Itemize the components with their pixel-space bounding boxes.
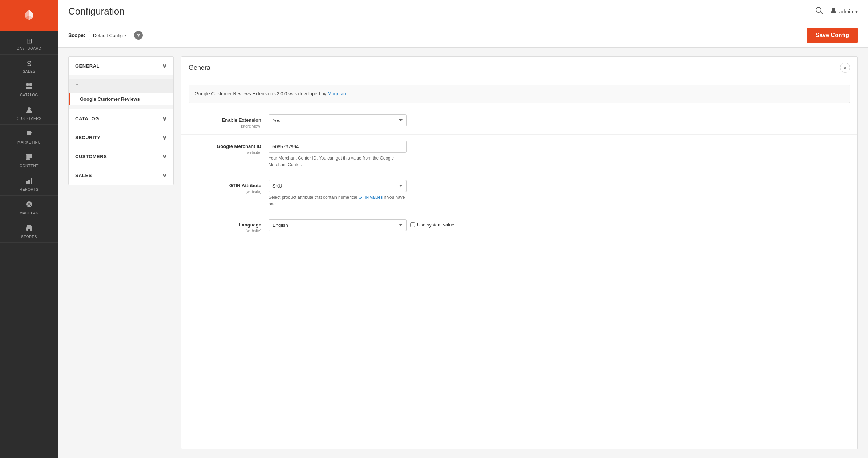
search-icon[interactable] bbox=[815, 7, 823, 16]
admin-menu[interactable]: admin ▾ bbox=[830, 7, 858, 16]
use-system-value-checkbox[interactable] bbox=[410, 222, 415, 227]
accordion-security: SECURITY ∨ bbox=[69, 128, 173, 147]
merchant-id-input[interactable] bbox=[269, 141, 407, 153]
accordion-sales: SALES ∨ bbox=[69, 166, 173, 185]
sidebar-item-label: REPORTS bbox=[20, 188, 39, 192]
admin-avatar-icon bbox=[830, 7, 837, 16]
form-control-col-enable: Yes No bbox=[269, 114, 850, 126]
accordion-general: GENERAL ∨ ⌃ Google Customer Reviews bbox=[69, 57, 173, 109]
form-control-col-language: English French German Spanish Japanese C… bbox=[269, 219, 850, 231]
sidebar-item-reports[interactable]: REPORTS bbox=[0, 172, 58, 196]
sidebar-item-label: CATALOG bbox=[20, 93, 38, 97]
sidebar-item-label: SALES bbox=[23, 69, 36, 73]
sidebar-item-magefan[interactable]: MAGEFAN bbox=[0, 196, 58, 219]
accordion-header-general[interactable]: GENERAL ∨ bbox=[69, 57, 173, 75]
field-sub-label-language: [website] bbox=[246, 229, 261, 233]
section-collapse-button[interactable]: ∧ bbox=[840, 63, 850, 73]
sidebar-item-label: CONTENT bbox=[20, 164, 39, 168]
form-row-gtin: GTIN Attribute [website] SKU UPC EAN JAN… bbox=[181, 174, 857, 213]
use-system-value-text: Use system value bbox=[417, 222, 455, 228]
form-row-enable-extension: Enable Extension [store view] Yes No bbox=[181, 109, 857, 135]
form-table: Enable Extension [store view] Yes No Goo… bbox=[181, 109, 857, 246]
accordion-sub-item-google-customer-reviews[interactable]: Google Customer Reviews bbox=[69, 93, 173, 105]
accordion-header-general-sub[interactable]: ⌃ bbox=[69, 79, 173, 93]
svg-rect-13 bbox=[26, 181, 28, 184]
sidebar-item-label: MARKETING bbox=[17, 140, 41, 144]
accordion-label-catalog: CATALOG bbox=[75, 116, 99, 121]
sidebar-item-sales[interactable]: $ SALES bbox=[0, 55, 58, 77]
content-area: GENERAL ∨ ⌃ Google Customer Reviews CATA… bbox=[58, 48, 868, 458]
main-content: Configuration admin ▾ Scope: Default Con… bbox=[58, 0, 868, 458]
sidebar-item-marketing[interactable]: MARKETING bbox=[0, 125, 58, 148]
scope-selector[interactable]: Default Config ▾ bbox=[89, 31, 130, 40]
reports-icon bbox=[25, 177, 33, 186]
svg-rect-6 bbox=[29, 83, 32, 86]
accordion-sub-general: ⌃ Google Customer Reviews bbox=[69, 75, 173, 109]
info-text: Google Customer Reviews Extension v2.0.0… bbox=[195, 91, 328, 96]
scope-left: Scope: Default Config ▾ ? bbox=[68, 31, 143, 40]
sidebar-item-label: STORES bbox=[21, 235, 37, 239]
sidebar: ⊞ DASHBOARD $ SALES CATALOG CUSTOMERS MA… bbox=[0, 0, 58, 458]
form-control-col-merchant: Your Merchant Center ID. You can get thi… bbox=[269, 141, 850, 168]
gtin-attribute-select[interactable]: SKU UPC EAN JAN ISBN ITF-14 bbox=[269, 180, 407, 192]
svg-rect-11 bbox=[26, 156, 32, 158]
form-label-col-enable: Enable Extension [store view] bbox=[189, 114, 269, 129]
accordion-customers: CUSTOMERS ∨ bbox=[69, 147, 173, 166]
scope-chevron-icon: ▾ bbox=[124, 33, 126, 38]
svg-rect-5 bbox=[26, 83, 29, 86]
language-select[interactable]: English French German Spanish Japanese C… bbox=[269, 219, 407, 231]
info-box: Google Customer Reviews Extension v2.0.0… bbox=[189, 85, 850, 103]
accordion-chevron-general: ∨ bbox=[162, 63, 167, 69]
field-sub-label-gtin: [website] bbox=[246, 189, 261, 194]
gtin-hint-before: Select product attribute that contain nu… bbox=[269, 195, 358, 200]
accordion-label-customers: CUSTOMERS bbox=[75, 154, 107, 159]
dashboard-icon: ⊞ bbox=[26, 36, 32, 45]
field-sub-label-merchant: [website] bbox=[246, 150, 261, 154]
form-label-col-merchant: Google Merchant ID [website] bbox=[189, 141, 269, 155]
accordion-catalog: CATALOG ∨ bbox=[69, 109, 173, 128]
accordion-header-customers[interactable]: CUSTOMERS ∨ bbox=[69, 147, 173, 166]
admin-chevron-icon: ▾ bbox=[855, 9, 858, 15]
info-suffix: . bbox=[346, 91, 347, 96]
accordion-chevron-security: ∨ bbox=[162, 134, 167, 141]
svg-point-9 bbox=[28, 107, 31, 110]
logo bbox=[0, 0, 58, 31]
gtin-hint: Select product attribute that contain nu… bbox=[269, 194, 407, 207]
info-link[interactable]: Magefan bbox=[328, 91, 346, 96]
sidebar-item-stores[interactable]: STORES bbox=[0, 219, 58, 243]
scope-label: Scope: bbox=[68, 32, 85, 38]
help-icon[interactable]: ? bbox=[134, 31, 143, 40]
sidebar-item-customers[interactable]: CUSTOMERS bbox=[0, 101, 58, 125]
field-label-language: Language bbox=[189, 222, 261, 228]
use-system-value-label: Use system value bbox=[410, 222, 455, 228]
topbar: Configuration admin ▾ bbox=[58, 0, 868, 23]
sidebar-item-label: MAGEFAN bbox=[20, 211, 39, 215]
sidebar-item-label: DASHBOARD bbox=[17, 47, 41, 51]
scope-bar: Scope: Default Config ▾ ? Save Config bbox=[58, 23, 868, 48]
save-config-button[interactable]: Save Config bbox=[807, 28, 858, 43]
form-label-col-gtin: GTIN Attribute [website] bbox=[189, 180, 269, 194]
field-label-enable: Enable Extension bbox=[189, 117, 261, 123]
accordion-chevron-customers: ∨ bbox=[162, 153, 167, 160]
svg-rect-12 bbox=[26, 158, 30, 160]
accordion-label-general-sub: ⌃ bbox=[75, 83, 79, 88]
enable-extension-select[interactable]: Yes No bbox=[269, 114, 407, 126]
accordion-label-general: GENERAL bbox=[75, 63, 100, 69]
left-panel: GENERAL ∨ ⌃ Google Customer Reviews CATA… bbox=[68, 56, 174, 185]
svg-rect-18 bbox=[28, 229, 30, 231]
sidebar-item-content[interactable]: CONTENT bbox=[0, 148, 58, 172]
accordion-label-sales: SALES bbox=[75, 173, 92, 178]
language-row-with-system: English French German Spanish Japanese C… bbox=[269, 219, 850, 231]
accordion-header-sales[interactable]: SALES ∨ bbox=[69, 166, 173, 185]
sidebar-item-dashboard[interactable]: ⊞ DASHBOARD bbox=[0, 31, 58, 55]
svg-rect-14 bbox=[28, 180, 30, 184]
section-header: General ∧ bbox=[181, 57, 857, 79]
svg-rect-8 bbox=[29, 87, 32, 89]
stores-icon bbox=[25, 224, 33, 233]
accordion-chevron-catalog: ∨ bbox=[162, 115, 167, 122]
sidebar-item-label: CUSTOMERS bbox=[17, 117, 41, 121]
sidebar-item-catalog[interactable]: CATALOG bbox=[0, 77, 58, 101]
accordion-header-catalog[interactable]: CATALOG ∨ bbox=[69, 109, 173, 128]
gtin-hint-link[interactable]: GTIN values bbox=[358, 195, 383, 200]
accordion-header-security[interactable]: SECURITY ∨ bbox=[69, 128, 173, 147]
